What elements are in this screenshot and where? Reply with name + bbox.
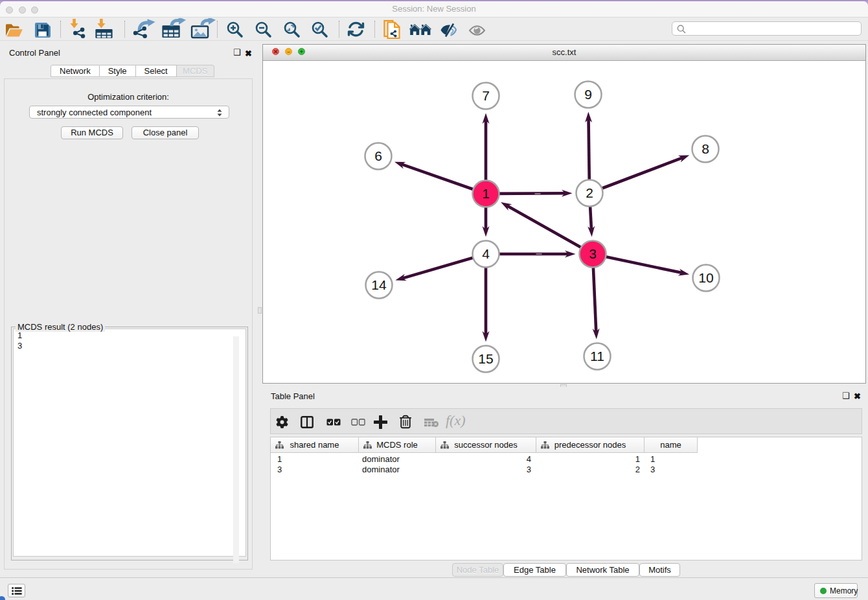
svg-text:6: 6 xyxy=(374,148,382,163)
svg-text:9: 9 xyxy=(584,87,592,102)
svg-text:15: 15 xyxy=(478,351,493,366)
svg-text:7: 7 xyxy=(482,88,490,103)
svg-text:2: 2 xyxy=(586,185,593,200)
svg-text:14: 14 xyxy=(371,277,387,292)
svg-text:3: 3 xyxy=(589,246,597,261)
svg-text:1: 1 xyxy=(482,186,490,201)
svg-text:4: 4 xyxy=(482,246,490,261)
svg-text:10: 10 xyxy=(698,270,713,285)
svg-text:11: 11 xyxy=(590,349,604,363)
svg-text:8: 8 xyxy=(702,141,709,156)
